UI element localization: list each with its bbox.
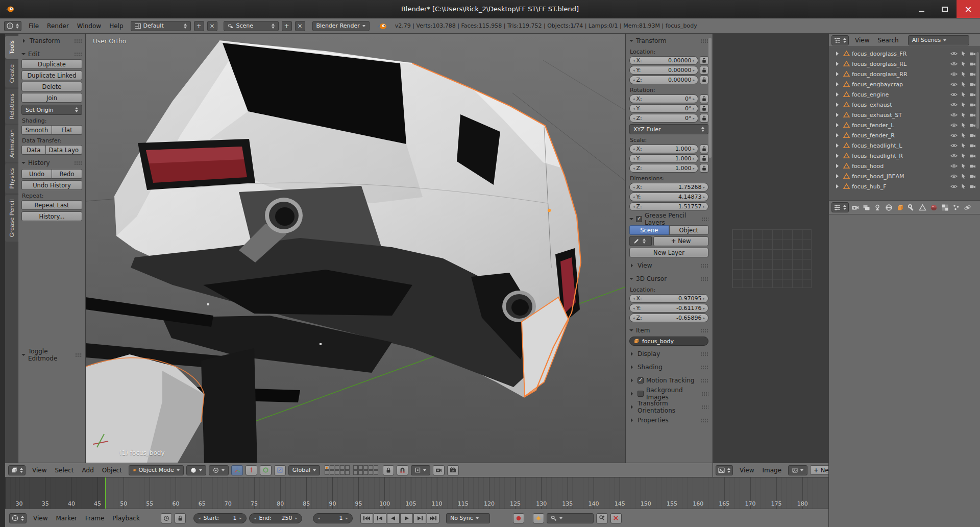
panel-npanel-transform-header[interactable]: Transform — [629, 36, 708, 46]
start-frame-field[interactable]: Start:1 — [193, 513, 247, 523]
toolshelf-tab[interactable]: Physics — [5, 163, 18, 194]
visibility-eye-icon[interactable] — [950, 61, 958, 66]
material-tab-icon[interactable] — [928, 202, 939, 212]
renderable-camera-icon[interactable] — [969, 51, 976, 56]
cursor-location-field[interactable]: Y:-0.61176 — [629, 304, 708, 313]
render-tab-icon[interactable] — [850, 202, 860, 212]
outliner-item[interactable]: focus_exhaust — [829, 100, 980, 110]
lock-to-scene-button[interactable] — [383, 465, 394, 475]
panel-properties-header[interactable]: Properties — [629, 415, 708, 425]
editor-type-menu-properties[interactable] — [831, 202, 849, 212]
renderable-camera-icon[interactable] — [969, 112, 976, 117]
panel-background-images-header[interactable]: Background Images — [629, 389, 708, 399]
insert-keyframe-button[interactable] — [596, 513, 608, 523]
pivot-dropdown[interactable] — [209, 465, 229, 475]
panel-display-header[interactable]: Display — [629, 349, 708, 359]
visibility-eye-icon[interactable] — [950, 184, 958, 189]
motion-tracking-checkbox[interactable] — [638, 377, 644, 384]
layer-cell[interactable] — [374, 470, 378, 475]
rotation-field[interactable]: X:0° — [629, 94, 698, 103]
panel-history-header[interactable]: History — [21, 158, 82, 168]
cursor-location-field[interactable]: X:-0.97095 — [629, 294, 708, 303]
panel-shading-header[interactable]: Shading — [629, 362, 708, 372]
keying-set-dropdown[interactable] — [547, 513, 594, 523]
image-editor-menu-item[interactable]: View — [736, 463, 758, 477]
gp-drawmode-dropdown[interactable] — [629, 236, 652, 246]
timeline-ruler[interactable]: 3035404550556065707580859095100105110115… — [5, 477, 828, 509]
outliner-item[interactable]: focus_doorglass_FR — [829, 49, 980, 59]
3d-viewport-canvas[interactable] — [86, 34, 625, 463]
shade-flat-button[interactable]: Flat — [52, 125, 82, 135]
particles-tab-icon[interactable] — [951, 202, 961, 212]
edit-action-button[interactable]: Join — [21, 93, 82, 103]
timeline-menu-item[interactable]: Marker — [52, 509, 81, 527]
play-reverse-button[interactable] — [387, 513, 400, 523]
layer-cell[interactable] — [363, 465, 368, 470]
selectable-cursor-icon[interactable] — [961, 183, 966, 189]
item-name-field[interactable]: focus_body — [629, 337, 708, 346]
dimension-field[interactable]: Y:4.14873 — [629, 193, 708, 201]
redo-button[interactable]: Redo — [52, 169, 82, 179]
renderable-camera-icon[interactable] — [969, 184, 976, 189]
transform-orientation-dropdown[interactable]: Global — [288, 465, 320, 475]
opengl-render-anim-button[interactable] — [447, 465, 459, 475]
outliner-item[interactable]: focus_engbaycrap — [829, 79, 980, 89]
selectable-cursor-icon[interactable] — [961, 81, 966, 87]
edit-action-button[interactable]: Duplicate — [21, 59, 82, 69]
selectable-cursor-icon[interactable] — [961, 51, 966, 57]
physics-tab-icon[interactable] — [962, 202, 972, 212]
visibility-eye-icon[interactable] — [950, 143, 958, 148]
manipulator-toggle-button[interactable] — [231, 465, 243, 475]
set-origin-dropdown[interactable]: Set Origin — [21, 105, 82, 115]
outliner-item[interactable]: focus_doorglass_RR — [829, 69, 980, 79]
selectable-cursor-icon[interactable] — [961, 122, 966, 128]
image-editor-menu-item[interactable]: Image — [758, 463, 786, 477]
renderable-camera-icon[interactable] — [969, 153, 976, 158]
renderable-camera-icon[interactable] — [969, 143, 976, 148]
timeline-menu-item[interactable]: Playback — [108, 509, 144, 527]
close-button[interactable] — [957, 0, 980, 18]
visibility-eye-icon[interactable] — [950, 71, 958, 77]
grease-pencil-checkbox[interactable] — [636, 216, 642, 222]
layer-cell[interactable] — [335, 465, 339, 470]
layer-cell[interactable] — [340, 465, 345, 470]
cursor-location-field[interactable]: Z:-0.65896 — [629, 314, 708, 322]
layer-cell[interactable] — [369, 470, 373, 475]
delete-scene-button[interactable] — [295, 21, 305, 31]
renderable-camera-icon[interactable] — [969, 71, 976, 77]
delete-layout-button[interactable] — [207, 21, 217, 31]
scene-tab-icon[interactable] — [872, 202, 883, 212]
outliner-menu-item[interactable]: View — [851, 34, 873, 46]
scene-dropdown[interactable]: Scene — [224, 21, 279, 31]
snap-element-dropdown[interactable] — [411, 465, 430, 475]
lock-button[interactable] — [700, 114, 708, 123]
undo-button[interactable]: Undo — [21, 169, 52, 179]
toolshelf-tab[interactable]: Relations — [5, 89, 18, 124]
panel-grease-pencil-header[interactable]: Grease Pencil Layers — [629, 214, 708, 224]
renderable-camera-icon[interactable] — [969, 102, 976, 107]
toolshelf-tab[interactable]: Grease Pencil — [5, 195, 18, 242]
edit-action-button[interactable]: Duplicate Linked — [21, 70, 82, 80]
renderable-camera-icon[interactable] — [969, 133, 976, 138]
menu-item[interactable]: Window — [73, 18, 105, 33]
viewport-shading-dropdown[interactable] — [186, 465, 206, 475]
visibility-eye-icon[interactable] — [950, 133, 958, 138]
opengl-render-button[interactable] — [433, 465, 445, 475]
maximize-button[interactable] — [933, 0, 957, 18]
lock-button[interactable] — [700, 104, 708, 113]
outliner-scrollbar[interactable] — [976, 52, 979, 129]
location-field[interactable]: Y:0.00000 — [629, 66, 698, 75]
rotation-mode-dropdown[interactable]: XYZ Euler — [629, 124, 708, 134]
outliner-display-mode-dropdown[interactable]: All Scenes — [908, 35, 969, 45]
texture-tab-icon[interactable] — [940, 202, 950, 212]
npanel-scrollbar[interactable] — [708, 38, 712, 158]
shade-smooth-button[interactable]: Smooth — [21, 125, 52, 135]
panel-transform-header[interactable]: Transform — [21, 36, 82, 46]
outliner-item[interactable]: focus_headlight_R — [829, 151, 980, 161]
render-layers-tab-icon[interactable] — [861, 202, 871, 212]
gp-new-button[interactable]: New — [653, 236, 708, 246]
selectable-cursor-icon[interactable] — [961, 163, 966, 169]
menu-item[interactable]: Render — [43, 18, 73, 33]
viewport-menu-item[interactable]: Select — [51, 463, 78, 477]
outliner-menu-item[interactable]: Search — [873, 34, 902, 46]
